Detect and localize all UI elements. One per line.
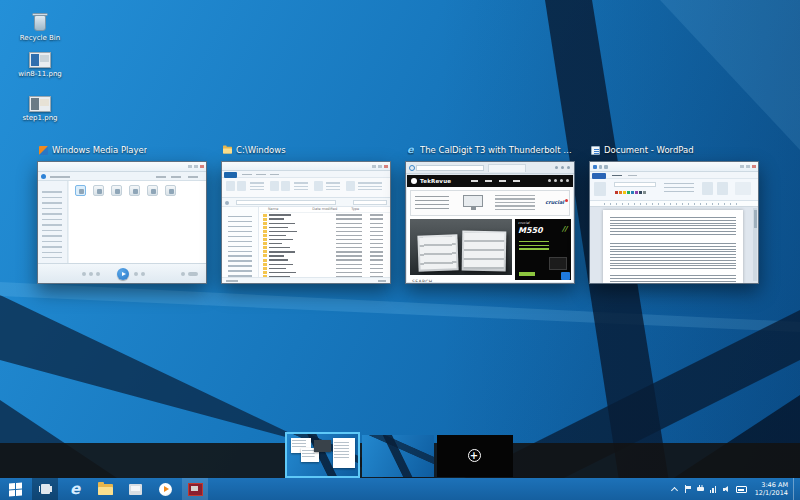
taskbar-clock[interactable]: 3:46 AM 12/1/2014 <box>752 481 788 497</box>
show-desktop-button[interactable] <box>793 478 796 500</box>
wmp-window-thumbnail: Windows Media Player <box>37 161 207 284</box>
window-caption-buttons-icon <box>188 165 204 168</box>
wordpad-document-area <box>590 207 758 283</box>
wordpad-app-icon <box>591 146 600 155</box>
taskview-window-title: Windows Media Player <box>52 145 147 155</box>
ad-product-name: M550 <box>518 226 543 235</box>
column-name: Name <box>268 207 278 212</box>
action-center-icon[interactable] <box>684 485 692 493</box>
paragraph-text-lines <box>610 217 736 237</box>
desktop-icon-step1-png[interactable]: step1.png <box>8 96 72 122</box>
file-tab <box>224 172 237 178</box>
task-view-icon <box>39 484 52 494</box>
clock-date: 12/1/2014 <box>755 489 788 497</box>
site-name: TekRevue <box>420 178 451 184</box>
taskbar-pinned-app[interactable] <box>122 478 148 500</box>
taskview-window-title-row: Windows Media Player <box>39 145 207 155</box>
clock-time: 3:46 AM <box>755 481 788 489</box>
wmp-toolbar <box>38 172 206 181</box>
ad-text-lines <box>415 196 449 210</box>
explorer-navigation-pane <box>222 207 259 277</box>
library-category-icon <box>75 185 86 196</box>
touch-keyboard-icon[interactable] <box>736 486 747 493</box>
taskbar-running-app[interactable] <box>182 478 208 500</box>
taskview-window-title: C:\Windows <box>236 145 286 155</box>
add-desktop-button[interactable]: + <box>437 435 513 477</box>
site-header: TekRevue <box>407 175 573 187</box>
playback-controls-icon <box>82 272 100 276</box>
desktop-2-thumbnail[interactable] <box>362 435 434 477</box>
quick-access-toolbar-icon <box>593 165 608 169</box>
monitor-graphic-icon <box>463 195 483 207</box>
wmp-app-icon <box>39 146 48 155</box>
ssd-graphic-icon <box>549 257 567 270</box>
learn-more-button <box>519 272 535 276</box>
library-category-icon <box>111 185 122 196</box>
library-category-icon <box>165 185 176 196</box>
image-file-icon <box>29 52 51 68</box>
site-nav-menu <box>471 180 520 182</box>
mini-window <box>314 440 331 452</box>
power-icon[interactable] <box>697 485 705 493</box>
ie-app-icon: e <box>407 146 416 155</box>
sidebar-ad-m550: crucial // M550 <box>515 219 571 280</box>
taskbar-file-explorer[interactable] <box>92 478 118 500</box>
start-button[interactable] <box>2 478 28 500</box>
wmp-titlebar: Windows Media Player <box>38 162 206 172</box>
column-date-modified: Date modified <box>312 207 337 212</box>
folder-app-icon <box>223 146 232 155</box>
task-view-button[interactable] <box>32 478 58 500</box>
taskbar-media-player[interactable] <box>152 478 178 500</box>
ad-bullet-lines <box>519 241 549 251</box>
wmp-navigation-pane <box>38 181 68 263</box>
desktop-icon-label: win8-11.png <box>18 70 62 78</box>
mini-window <box>333 438 355 468</box>
volume-controls-icon <box>181 272 198 276</box>
column-type: Type <box>351 207 359 212</box>
webpage-content: TekRevue crucial crucial // M <box>407 175 573 282</box>
wmp-library-pane <box>69 181 206 263</box>
explorer-titlebar: C:\Windows <box>222 162 390 171</box>
wordpad-ribbon-tabs <box>590 172 758 179</box>
folder-icon <box>98 484 113 495</box>
taskview-window-explorer[interactable]: C:\Windows C:\Windows <box>221 161 391 284</box>
document-page <box>603 210 743 283</box>
back-icon <box>41 174 46 179</box>
crucial-brand: crucial <box>545 199 564 205</box>
ie-browser-chrome <box>406 162 574 174</box>
plus-icon: + <box>468 449 481 462</box>
play-button-icon <box>117 268 129 280</box>
wordpad-ribbon <box>590 179 758 201</box>
taskview-window-title-row: Document - WordPad <box>591 145 759 155</box>
app-tile-icon <box>129 484 142 495</box>
desktop-1-thumbnail[interactable] <box>285 432 360 478</box>
volume-icon[interactable] <box>723 485 731 493</box>
explorer-file-list <box>260 213 389 277</box>
internet-explorer-icon: e <box>70 482 80 497</box>
crucial-brand: crucial <box>518 221 530 225</box>
library-category-icon <box>129 185 140 196</box>
taskview-window-title: Document - WordPad <box>604 145 694 155</box>
taskbar-internet-explorer[interactable]: e <box>62 478 88 500</box>
explorer-ribbon-tabs <box>222 171 390 178</box>
ad-bullet-lines <box>495 195 535 211</box>
taskbar: e 3:46 AM 12/1/2014 <box>0 478 800 500</box>
network-icon[interactable] <box>710 485 718 493</box>
show-hidden-icons-button[interactable] <box>671 485 679 493</box>
library-category-icon <box>147 185 158 196</box>
article-photo <box>410 219 512 275</box>
taskview-window-wmp[interactable]: Windows Media Player Windows Media Playe… <box>37 161 207 284</box>
wmp-playback-bar <box>38 263 206 283</box>
ie-address-bar <box>416 165 484 171</box>
social-icons <box>548 179 569 182</box>
chat-widget-icon <box>561 272 570 280</box>
mini-wallpaper <box>362 435 434 477</box>
desktop-icon-recycle-bin[interactable]: Recycle Bin <box>8 10 72 42</box>
paragraph-text-lines <box>610 275 736 284</box>
desktop-icon-win8-11-png[interactable]: win8-11.png <box>8 52 72 78</box>
taskview-window-wordpad[interactable]: Document - WordPad Document - WordPad <box>589 161 759 284</box>
taskview-window-ie[interactable]: e The CalDigit T3 with Thunderbolt 2: Re… <box>405 161 575 284</box>
ie-window-thumbnail: TekRevue crucial crucial // M <box>405 161 575 284</box>
desktop-icon-label: Recycle Bin <box>20 34 60 42</box>
desktop-screen: Recycle Bin win8-11.png step1.png Window… <box>0 0 800 500</box>
